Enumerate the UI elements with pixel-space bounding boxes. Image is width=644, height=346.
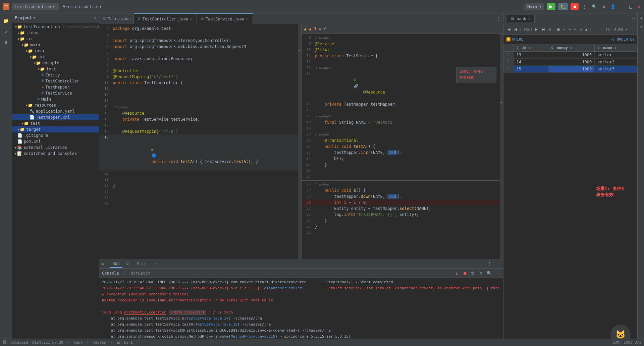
project-header[interactable]: Project ▾ ⚙	[12, 13, 99, 22]
tree-item-testservice[interactable]: © TestService	[12, 90, 99, 96]
tree-item-org[interactable]: ▾📁 org	[12, 54, 99, 60]
console-clear-btn[interactable]: 🗑	[470, 270, 476, 277]
order-by-section[interactable]: =↕ ORDER BY	[610, 37, 635, 42]
arithmetic-exception-link[interactable]: ArithmeticException	[124, 310, 166, 315]
console-settings-btn[interactable]: ⚙	[478, 270, 484, 277]
bottom-tab-run[interactable]: Run	[110, 260, 122, 268]
tree-item-java[interactable]: ▾📁 java	[12, 48, 99, 54]
user-btn[interactable]: 👤	[609, 4, 617, 10]
code-area-right[interactable]: 8 1 usage 9 @Service 10 @Slf4j	[302, 34, 503, 259]
db-row-1-name[interactable]: vector	[595, 52, 637, 59]
db-delete-btn[interactable]: −	[573, 26, 578, 32]
console-scroll-btn[interactable]: ↻	[453, 270, 460, 277]
th-name[interactable]: # name ↕	[595, 44, 637, 52]
tree-item-gitignore[interactable]: 📄 .gitignore	[12, 132, 99, 138]
maximize-btn[interactable]: □	[628, 3, 633, 10]
tab-testcontroller-close[interactable]: ✕	[191, 17, 193, 21]
run-config[interactable]: Main ▾	[525, 3, 544, 10]
tree-item-scratches[interactable]: ▸📝 Scratches and Consoles	[12, 151, 99, 157]
th-money[interactable]: $ money ↕	[548, 44, 595, 52]
tab-testservice-close[interactable]: ✕	[247, 17, 249, 21]
db-row-2-name[interactable]: vector2	[595, 59, 637, 66]
right-expand-icon[interactable]: ◀	[639, 15, 642, 21]
bottom-tab-main[interactable]: Main	[134, 260, 149, 268]
sidebar-item-commit[interactable]: ✔	[1, 27, 11, 36]
debug-button[interactable]: 🐛	[558, 3, 568, 10]
db-nav-last[interactable]: ▶|	[540, 26, 547, 32]
actuator-tab-label[interactable]: Actuator	[131, 271, 150, 276]
tree-item-testTransaction[interactable]: ▾📁 testTransaction C:\Users\YuanJie\de	[12, 24, 99, 30]
db-stop-btn[interactable]: ■	[556, 26, 561, 32]
vcs-selector[interactable]: Version control ▾	[60, 3, 105, 10]
project-settings-icon[interactable]: ⚙	[94, 16, 96, 20]
right-more-icon[interactable]: m	[639, 24, 642, 30]
tab-main-java[interactable]: © Main.java	[99, 13, 134, 24]
where-label[interactable]: WHERE	[512, 37, 523, 42]
db-more-btn[interactable]: ⋮	[630, 26, 636, 32]
tab-more-btn[interactable]: ⋮	[494, 13, 503, 24]
tree-item-idea[interactable]: ▸📁 .idea	[12, 30, 99, 36]
tree-item-test[interactable]: ▸📁 test	[12, 120, 99, 126]
tree-item-testcontroller[interactable]: © TestController	[12, 78, 99, 84]
settings-btn[interactable]: ⚙	[601, 4, 606, 10]
error-nav-up[interactable]: ∧	[319, 26, 321, 31]
db-row-1-money[interactable]: 1000	[548, 52, 595, 59]
db-row-3-money[interactable]: 1000	[548, 66, 595, 73]
th-id[interactable]: # id ↕	[514, 44, 548, 52]
db-row-3-name[interactable]: vector3	[595, 66, 637, 73]
db-row-1[interactable]: 1 13 1000 vector	[503, 52, 637, 59]
tree-item-target[interactable]: ▾📁 target	[12, 126, 99, 132]
code-area-left[interactable]: 1 package org.example.test; 2 3 import o…	[99, 24, 301, 259]
tree-item-src[interactable]: ▾📁 src	[12, 36, 99, 42]
tree-item-entity[interactable]: © Entity	[12, 72, 99, 78]
db-row-3-id[interactable]: 15	[514, 66, 548, 73]
db-row-2-id[interactable]: 14	[514, 59, 548, 66]
tree-item-test-folder[interactable]: ▾📁 test	[12, 66, 99, 72]
tree-item-external-libs[interactable]: ▸📚 External Libraries	[12, 145, 99, 151]
tree-item-main[interactable]: ▾📁 main	[12, 42, 99, 48]
db-reload-btn[interactable]: ↻	[549, 27, 551, 32]
tree-item-example[interactable]: ▾📁 example	[12, 60, 99, 66]
db-write-btn[interactable]: ✏	[561, 26, 567, 32]
methodproxy-link[interactable]: MethodProxy.java:218	[231, 334, 275, 339]
error-nav-down[interactable]: ∨	[324, 26, 326, 31]
create-breakpoint-btn[interactable]: Create breakpoint	[169, 310, 206, 315]
bottom-tab-main-close[interactable]: ✕	[155, 262, 157, 266]
db-tab-bank-close[interactable]: ✕	[528, 17, 530, 21]
tab-testcontroller-java[interactable]: © TestController.java ✕	[134, 13, 197, 24]
sidebar-item-structure[interactable]: ⊞	[1, 38, 11, 47]
tree-item-appyaml[interactable]: 🔧 application.yaml	[12, 108, 99, 114]
more-actions-btn[interactable]: ⋮	[581, 4, 588, 10]
close-btn[interactable]: ✕	[636, 4, 641, 10]
db-nav-first[interactable]: |◀	[505, 26, 512, 32]
db-row-1-id[interactable]: 13	[514, 52, 548, 59]
dispatcher-servlet-link[interactable]: dispatcherServlet	[264, 286, 302, 290]
stop-button[interactable]: ■	[571, 3, 579, 10]
console-stop-btn[interactable]: ■	[462, 270, 468, 277]
db-tab-bank[interactable]: 🏛 bank ✕	[506, 15, 535, 22]
search-btn[interactable]: 🔍	[591, 4, 598, 10]
console-filter-btn[interactable]: 🔍	[486, 270, 492, 277]
tree-item-testmapperxml[interactable]: 📄 TestMapper.xml	[12, 114, 99, 120]
db-tab-more[interactable]: ⋯	[632, 16, 635, 21]
bottom-minimize-btn[interactable]: —	[498, 262, 500, 266]
db-row-3[interactable]: 3 15 1000 vector3	[503, 66, 637, 73]
db-row-2[interactable]: 2 14 1000 vector2	[503, 59, 637, 66]
tab-testservice-java[interactable]: © TestService.java ✕	[197, 13, 253, 24]
tree-item-testmapper[interactable]: ✦ TestMapper	[12, 84, 99, 90]
project-selector[interactable]: testTransaction ▾	[12, 3, 59, 10]
testservice-link-24[interactable]: TestService.java:24	[186, 316, 229, 321]
tree-item-pomxml[interactable]: 📄 pom.xml	[12, 138, 99, 145]
db-revert-btn[interactable]: ↺	[578, 26, 583, 32]
run-button[interactable]: ▶	[547, 3, 555, 10]
bottom-more-btn[interactable]: ⋮	[487, 262, 491, 266]
db-row-2-money[interactable]: 1000	[548, 59, 595, 66]
testservice-link-19[interactable]: TestService.java:19	[195, 322, 237, 327]
db-submit-btn[interactable]: ▲	[584, 26, 589, 32]
tree-item-main-class[interactable]: © Main	[12, 96, 99, 102]
db-add-btn[interactable]: +	[567, 26, 572, 32]
tree-item-resources[interactable]: ▾📁 resources	[12, 102, 99, 108]
db-nav-prev[interactable]: ◀	[513, 26, 519, 32]
sidebar-item-project[interactable]: 📁	[1, 16, 11, 25]
db-settings-btn[interactable]: Tx: Auto ▾	[604, 26, 629, 32]
